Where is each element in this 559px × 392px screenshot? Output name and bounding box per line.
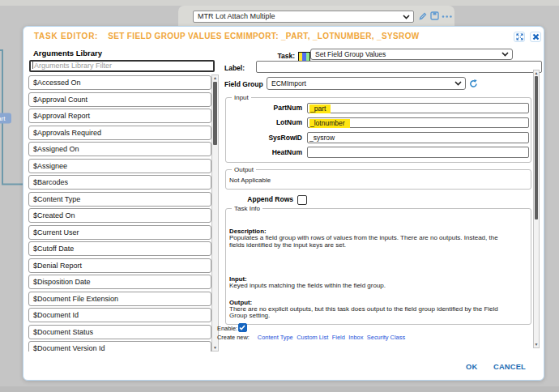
argument-item[interactable]: $Assignee [28,159,211,173]
create-new-link-custom-list[interactable]: Custom List [297,334,328,341]
input-value: _sysrow [309,134,335,142]
text-caret [32,62,33,69]
refresh-icon[interactable] [469,79,478,88]
argument-item[interactable]: $Disposition Date [28,275,211,289]
chevron-down-icon [403,15,410,19]
partnum-input[interactable]: _part [307,103,529,114]
expand-icon [516,33,523,40]
save-icon[interactable] [430,11,439,20]
scroll-down-icon[interactable]: ▼ [534,342,539,347]
append-rows-label: Append Rows [216,195,293,203]
input-legend: Input [232,94,251,101]
input-value-highlighted: _part [309,104,331,114]
argument-item[interactable]: $Document Version Id [28,341,211,352]
argument-item[interactable]: $Cutoff Date [28,241,211,256]
ok-button[interactable]: OK [466,363,477,371]
more-ellipsis-icon[interactable] [442,15,453,19]
enable-checkbox[interactable] [238,323,247,332]
label-label: Label: [224,64,245,72]
field-group-label: Field Group [224,80,263,88]
arguments-library-filter-input[interactable]: Arguments Library Filter [29,60,215,72]
sysrowid-label: SysRowID [225,134,302,142]
argument-item[interactable]: $Document File Extension [28,292,211,306]
argument-item[interactable]: $Created On [28,208,211,223]
workflow-toolbar: MTR Lot Attach Multiple [178,6,454,26]
scrollbar-thumb[interactable] [535,76,538,219]
edit-pencil-icon[interactable] [418,11,428,21]
label-input[interactable] [256,61,542,73]
heatnum-label: HeatNum [225,148,302,156]
close-icon [532,33,540,40]
enable-label: Enable: [217,325,237,332]
scroll-up-icon[interactable]: ▲ [534,70,539,76]
append-rows-checkbox[interactable] [297,195,307,205]
workflow-selector[interactable]: MTR Lot Attach Multiple [193,11,414,23]
create-new-link-inbox[interactable]: Inbox [348,334,363,341]
close-button[interactable] [530,32,541,42]
output-fieldset: Output [225,166,531,190]
create-new-row: Create new:Content TypeCustom ListFieldI… [217,334,405,341]
argument-item[interactable]: $Assigned On [28,142,211,156]
output-info-text: There are no explicit outputs, but this … [229,306,526,321]
partnum-label: PartNum [225,104,302,112]
dialog-title-text: SET FIELD GROUP VALUES ECMIMPORT: _PART,… [108,32,419,40]
arguments-list-scrollbar[interactable]: ▲ ▼ [211,75,219,352]
workflow-selector-value: MTR Lot Attach Multiple [198,12,275,20]
filter-placeholder: Arguments Library Filter [34,62,112,70]
argument-item[interactable]: $Barcodes [28,175,211,190]
create-new-link-content-type[interactable]: Content Type [258,334,293,341]
argument-item[interactable]: $Content Type [28,192,211,207]
output-legend: Output [232,166,256,173]
task-info-legend: Task Info [232,205,262,212]
scrollbar-thumb[interactable] [213,82,217,145]
heatnum-input[interactable] [307,147,529,158]
chevron-down-icon [454,81,462,86]
scroll-down-icon[interactable]: ▼ [212,345,218,351]
create-new-links: Content TypeCustom ListFieldInboxSecurit… [250,334,405,341]
task-select[interactable]: Set Field Group Values [310,49,513,60]
window-bottom-strip [0,386,559,392]
task-label: Task: [242,52,295,60]
input-info-text: Keyed inputs matching the fields within … [229,283,526,290]
sysrowid-input[interactable]: _sysrow [307,132,529,143]
create-new-link-field[interactable]: Field [332,334,345,341]
scroll-up-icon[interactable]: ▲ [212,75,218,81]
lotnum-input[interactable]: _lotnumber [307,117,529,129]
expand-button[interactable] [514,32,525,42]
argument-item[interactable]: $Accessed On [28,75,211,90]
output-not-applicable-text: Not Applicable [229,177,271,184]
argument-item[interactable]: $Document Id [28,308,211,322]
description-text: Populates a field group with rows of val… [229,235,526,249]
input-value-highlighted: _lotnumber [309,119,350,129]
lotnum-label: LotNum [225,118,302,126]
argument-item[interactable]: $Denial Report [28,258,211,273]
cancel-button[interactable]: CANCEL [493,363,526,371]
task-select-value: Set Field Group Values [315,50,386,58]
arguments-library-label: Arguments Library [33,49,102,58]
task-panel-scrollbar[interactable]: ▲ ▼ [533,70,540,348]
dialog-title: TASK EDITOR:SET FIELD GROUP VALUES ECMIM… [34,32,420,40]
argument-item[interactable]: $Approvals Required [28,126,211,140]
field-group-select[interactable]: ECMImport [267,77,466,90]
chevron-down-icon [501,52,509,57]
svg-text:Start: Start [0,115,6,122]
field-group-select-value: ECMImport [271,79,306,87]
check-icon [239,325,245,330]
create-new-link-security-class[interactable]: Security Class [367,334,405,341]
arguments-list: $Accessed On$Approval Count$Approval Rep… [28,75,211,352]
create-new-label: Create new: [217,334,250,341]
argument-item[interactable]: $Document Status [28,325,211,339]
dialog-title-prefix: TASK EDITOR: [34,32,98,40]
task-editor-dialog: TASK EDITOR:SET FIELD GROUP VALUES ECMIM… [23,26,544,381]
screen: Start MTR Lot Attach Multiple TASK EDITO… [0,0,559,392]
argument-item[interactable]: $Current User [28,225,211,240]
argument-item[interactable]: $Approval Report [28,109,211,123]
argument-item[interactable]: $Approval Count [28,92,211,107]
start-node[interactable]: Start [0,113,11,124]
